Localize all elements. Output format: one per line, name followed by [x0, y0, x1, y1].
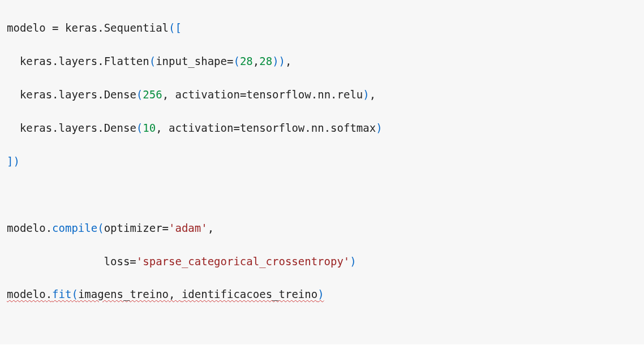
paren-close: ): [13, 155, 19, 167]
ident: keras: [59, 21, 98, 34]
paren-open: (: [169, 21, 175, 34]
op-assign: =: [52, 21, 58, 34]
code-line: keras.layers.Flatten(input_shape=(28,28)…: [7, 53, 637, 70]
code-line: modelo.compile(optimizer='adam',: [7, 220, 637, 236]
code-line: keras.layers.Dense(256, activation=tenso…: [7, 87, 637, 103]
output-cell: ----------------------------------------…: [0, 344, 644, 358]
bracket-close: ]: [7, 155, 13, 167]
bracket-open: [: [175, 21, 181, 34]
code-line: modelo.fit(imagens_treino, identificacoe…: [7, 286, 637, 303]
notebook-cell-pair: modelo = keras.Sequential([ keras.layers…: [0, 0, 644, 358]
code-line: loss='sparse_categorical_crossentropy'): [7, 253, 637, 270]
ident: modelo: [7, 21, 52, 34]
code-line: keras.layers.Dense(10, activation=tensor…: [7, 120, 637, 136]
dot: .: [97, 21, 104, 34]
code-line: ]): [7, 153, 637, 170]
blank-line: [7, 187, 637, 203]
ident: Sequential: [104, 21, 169, 34]
code-cell[interactable]: modelo = keras.Sequential([ keras.layers…: [0, 0, 644, 344]
code-line: modelo = keras.Sequential([: [7, 20, 637, 36]
